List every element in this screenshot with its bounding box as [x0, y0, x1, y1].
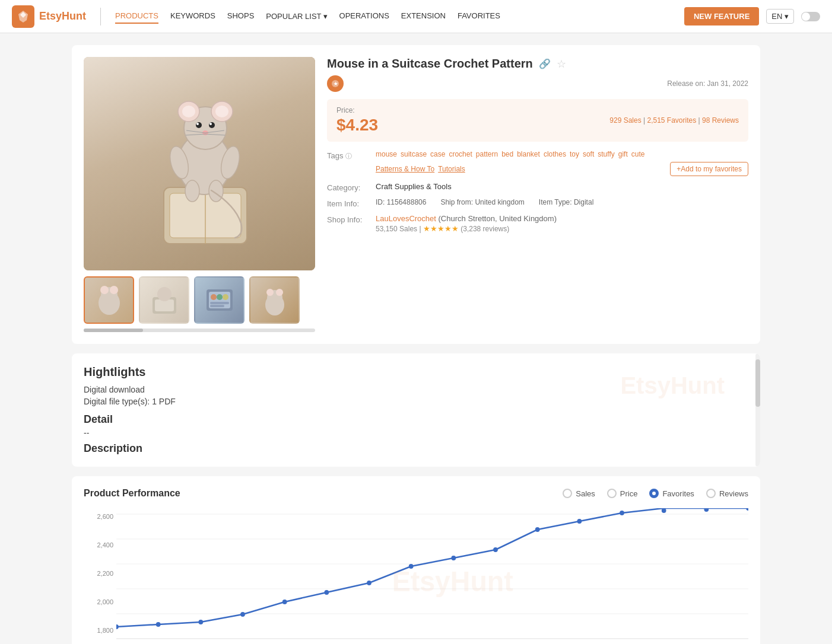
svg-point-11 [215, 106, 228, 117]
chart-dot-6 [367, 581, 371, 585]
svg-text:★: ★ [334, 81, 338, 87]
item-info-row: Item Info: ID: 1156488806 Ship from: Uni… [327, 198, 748, 208]
product-main-image [84, 57, 315, 270]
legend-price[interactable]: Price [607, 489, 638, 498]
legend-favorites-radio[interactable] [649, 489, 659, 498]
legend-sales[interactable]: Sales [563, 489, 595, 498]
nav-favorites[interactable]: FAVORITES [458, 9, 500, 24]
legend-reviews-radio[interactable] [706, 489, 716, 498]
chart-dot-1 [156, 622, 161, 627]
product-title-row: Mouse in a Suitcase Crochet Pattern 🔗 ☆ [327, 57, 748, 71]
performance-chart: EtsyHunt [116, 508, 748, 644]
shop-info-content: LauLovesCrochet (Church Stretton, United… [376, 214, 748, 233]
tag-mouse[interactable]: mouse [376, 150, 397, 158]
svg-point-35 [217, 294, 223, 300]
product-image-area [84, 57, 315, 332]
tag-cute[interactable]: cute [631, 150, 645, 158]
toggle-switch[interactable] [801, 12, 820, 21]
nav-right: NEW FEATURE EN ▾ [684, 7, 820, 25]
highlights-section: EtsyHunt Hightlights Digital download Di… [72, 353, 760, 467]
add-favorites-button[interactable]: +Add to my favorites [670, 162, 748, 176]
tag-crochet[interactable]: crochet [449, 150, 472, 158]
star-icon[interactable]: ☆ [557, 58, 566, 71]
chart-dot-14 [704, 508, 709, 512]
svg-point-27 [100, 286, 109, 294]
svg-point-9 [182, 106, 195, 117]
logo-icon [12, 5, 34, 28]
tags-row: Tags ⓘ mouse suitcase case crochet patte… [327, 150, 748, 176]
tag-toy[interactable]: toy [570, 150, 579, 158]
nav-shops[interactable]: SHOPS [227, 9, 255, 24]
new-feature-button[interactable]: NEW FEATURE [684, 7, 759, 25]
link-icon[interactable]: 🔗 [539, 58, 551, 69]
tag-pattern[interactable]: pattern [476, 150, 498, 158]
item-type: Item Type: Digital [539, 198, 593, 206]
chart-dot-9 [493, 547, 498, 552]
chart-dot-8 [451, 556, 456, 560]
tag-case[interactable]: case [430, 150, 445, 158]
legend-sales-radio[interactable] [563, 489, 572, 498]
svg-rect-37 [210, 302, 229, 304]
tags-help-icon[interactable]: ⓘ [345, 152, 352, 160]
tags-label: Tags ⓘ [327, 150, 369, 161]
y-label-1800: 1,800 [84, 627, 113, 634]
chart-dot-5 [324, 590, 329, 595]
image-scrollbar-thumb[interactable] [84, 329, 143, 332]
svg-point-28 [110, 286, 118, 294]
svg-point-12 [196, 122, 202, 128]
nav-products[interactable]: PRODUCTS [115, 9, 158, 24]
legend-favorites[interactable]: Favorites [649, 489, 694, 498]
shop-stars: ★★★★★ [423, 224, 459, 233]
chart-dot-15 [746, 508, 748, 511]
main-content: Mouse in a Suitcase Crochet Pattern 🔗 ☆ … [60, 33, 772, 644]
chart-title: Product Performance [84, 488, 180, 499]
shop-link[interactable]: LauLovesCrochet [376, 214, 436, 223]
svg-point-31 [157, 287, 172, 301]
svg-point-41 [266, 289, 274, 296]
product-section: Mouse in a Suitcase Crochet Pattern 🔗 ☆ … [72, 45, 760, 344]
nav-popular-list[interactable]: POPULAR LIST ▾ [266, 9, 327, 24]
chart-dot-3 [240, 612, 245, 617]
thumbnail-2[interactable] [139, 276, 189, 324]
legend-favorites-label: Favorites [662, 489, 694, 498]
chart-header: Product Performance Sales Price Favorit [84, 488, 748, 499]
nav-extension[interactable]: EXTENSION [401, 9, 446, 24]
digital-file: Digital file type(s): 1 PDF [84, 397, 748, 406]
tag-blanket[interactable]: blanket [517, 150, 540, 158]
release-date: Release on: Jan 31, 2022 [667, 79, 748, 88]
chart-dot-0 [116, 624, 119, 629]
thumbnail-row [84, 276, 315, 324]
y-label-2000: 2,000 [84, 598, 113, 605]
legend-reviews[interactable]: Reviews [706, 489, 748, 498]
tag-gift[interactable]: gift [618, 150, 628, 158]
description-title: Description [84, 442, 748, 455]
svg-point-13 [209, 122, 215, 128]
tag-stuffy[interactable]: stuffy [598, 150, 614, 158]
scroll-thumb-right[interactable] [755, 359, 760, 407]
legend-price-radio[interactable] [607, 489, 617, 498]
scroll-track-right [755, 353, 760, 467]
image-scrollbar-track [84, 329, 315, 332]
tag-suitcase[interactable]: suitcase [401, 150, 427, 158]
chart-dot-4 [282, 600, 287, 604]
tags-wrap: mouse suitcase case crochet pattern bed … [376, 150, 748, 158]
nav-keywords[interactable]: KEYWORDS [170, 9, 215, 24]
logo[interactable]: EtsyHunt [12, 5, 86, 28]
tag-bed[interactable]: bed [501, 150, 513, 158]
language-selector[interactable]: EN ▾ [766, 9, 794, 24]
shop-location: (Church Stretton, United Kingdom) [439, 214, 557, 223]
thumbnail-3[interactable] [194, 276, 244, 324]
price-stats: 929 Sales | 2,515 Favorites | 98 Reviews [609, 116, 739, 125]
category-label: Category: [327, 182, 369, 192]
price-section: Price: $4.23 929 Sales | 2,515 Favorites… [327, 99, 748, 142]
thumbnail-1[interactable] [84, 276, 134, 324]
tag-clothes[interactable]: clothes [544, 150, 566, 158]
toggle-track[interactable] [801, 12, 820, 21]
tag-soft[interactable]: soft [583, 150, 594, 158]
tag-patterns-how-to[interactable]: Patterns & How To [376, 165, 434, 173]
logo-text: EtsyHunt [39, 10, 86, 23]
thumbnail-4[interactable] [249, 276, 300, 324]
tag-tutorials[interactable]: Tutorials [438, 165, 465, 173]
shop-info-row: Shop Info: LauLovesCrochet (Church Stret… [327, 214, 748, 233]
nav-operations[interactable]: OPERATIONS [339, 9, 389, 24]
